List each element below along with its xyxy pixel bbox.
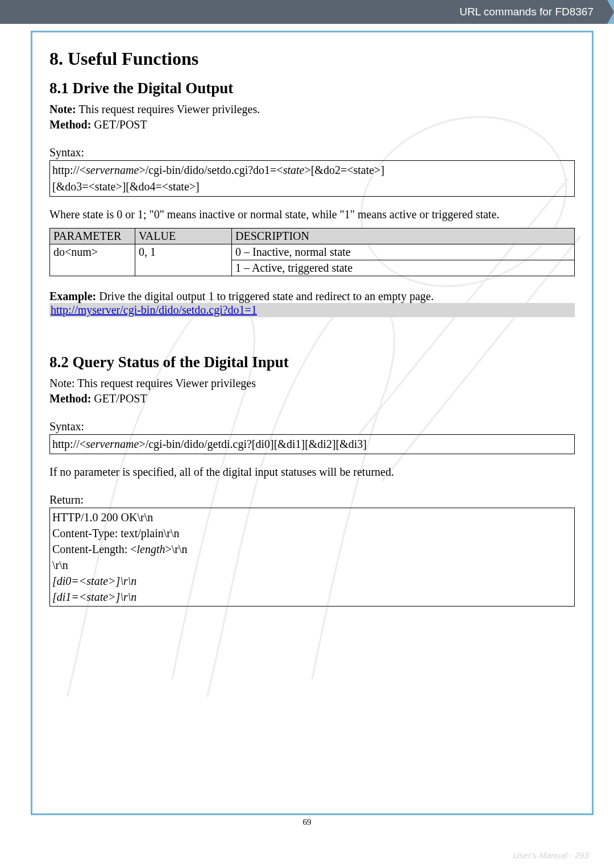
return-l3-pre: Content-Length: <	[52, 543, 136, 555]
return-l2: Content-Type: text/plain\r\n	[52, 525, 572, 541]
return-l1: HTTP/1.0 200 OK\r\n	[52, 509, 572, 525]
note-label: Note:	[49, 103, 76, 115]
syntax-servername: servername	[86, 164, 139, 176]
if-text: If no parameter is specified, all of the…	[49, 466, 575, 479]
return-l6: [di1=<state>]\r\n	[52, 589, 572, 605]
where-text: Where state is 0 or 1; "0" means inactiv…	[49, 208, 575, 221]
note-line-81: Note: This request requires Viewer privi…	[49, 103, 575, 116]
return-label: Return:	[49, 493, 575, 506]
page-body: 8. Useful Functions 8.1 Drive the Digita…	[31, 31, 594, 815]
page-number: 69	[0, 817, 614, 827]
td-param: do<num>	[50, 244, 135, 276]
table-row: do<num> 0, 1 0 – Inactive, normal state	[50, 244, 575, 260]
th-description: DESCRIPTION	[232, 229, 575, 244]
th-value: VALUE	[135, 229, 232, 244]
return-l5: [di0=<state>]\r\n	[52, 573, 572, 589]
syntax-post: >[&do2=<state>]	[304, 164, 384, 176]
return-l3-len: length	[136, 543, 165, 555]
syntax-mid: >/cgi-bin/dido/setdo.cgi?do1=<	[139, 164, 283, 176]
footer-right: User's Manual - 293	[513, 850, 589, 860]
example-text: Drive the digital output 1 to triggered …	[96, 290, 434, 302]
syntax82-servername: servername	[86, 438, 139, 450]
syntax82-post: >/cgi-bin/dido/getdi.cgi?[di0][&di1][&di…	[139, 438, 367, 450]
method-value-82: GET/POST	[91, 392, 147, 405]
td-desc2: 1 – Active, triggered state	[232, 260, 575, 276]
example-link[interactable]: http://myserver/cgi-bin/dido/setdo.cgi?d…	[51, 304, 257, 316]
td-value: 0, 1	[135, 244, 232, 276]
return-l4: \r\n	[52, 557, 572, 573]
breadcrumb: URL commands for FD8367	[459, 6, 594, 18]
header-edge-decoration	[607, 0, 614, 24]
syntax-label-81: Syntax:	[49, 146, 575, 159]
th-parameter: PARAMETER	[50, 229, 135, 244]
note-line-82: Note: This request requires Viewer privi…	[49, 377, 575, 390]
example-label: Example:	[49, 290, 96, 302]
header-bar: URL commands for FD8367	[0, 0, 614, 24]
section-8-heading: 8. Useful Functions	[49, 48, 575, 69]
section-8-1-heading: 8.1 Drive the Digital Output	[49, 80, 575, 97]
syntax-box-81: http://<servername>/cgi-bin/dido/setdo.c…	[49, 160, 575, 197]
table-header-row: PARAMETER VALUE DESCRIPTION	[50, 229, 575, 244]
method-line-82: Method: GET/POST	[49, 392, 575, 405]
example-link-row: http://myserver/cgi-bin/dido/setdo.cgi?d…	[49, 303, 575, 317]
method-line-81: Method: GET/POST	[49, 118, 575, 131]
syntax-pre: http://<	[52, 164, 86, 176]
section-8-2-heading: 8.2 Query Status of the Digital Input	[49, 354, 575, 371]
return-l3: Content-Length: <length>\r\n	[52, 541, 572, 557]
return-l3-post: >\r\n	[165, 543, 187, 555]
return-box: HTTP/1.0 200 OK\r\n Content-Type: text/p…	[49, 508, 575, 607]
syntax82-pre: http://<	[52, 438, 86, 450]
syntax-line2: [&do3=<state>][&do4=<state>]	[52, 178, 572, 195]
parameter-table: PARAMETER VALUE DESCRIPTION do<num> 0, 1…	[49, 228, 575, 276]
syntax-line1: http://<servername>/cgi-bin/dido/setdo.c…	[52, 162, 572, 178]
syntax-box-82: http://<servername>/cgi-bin/dido/getdi.c…	[49, 434, 575, 454]
note-text: This request requires Viewer privileges.	[76, 103, 260, 115]
method-label-82: Method:	[49, 392, 91, 405]
content: 8. Useful Functions 8.1 Drive the Digita…	[49, 48, 575, 607]
method-label: Method:	[49, 118, 91, 131]
syntax-state: state	[283, 164, 305, 176]
td-desc1: 0 – Inactive, normal state	[232, 244, 575, 260]
example-line: Example: Drive the digital output 1 to t…	[49, 290, 575, 303]
example-box: Example: Drive the digital output 1 to t…	[49, 290, 575, 317]
syntax-label-82: Syntax:	[49, 420, 575, 433]
method-value: GET/POST	[91, 118, 147, 131]
